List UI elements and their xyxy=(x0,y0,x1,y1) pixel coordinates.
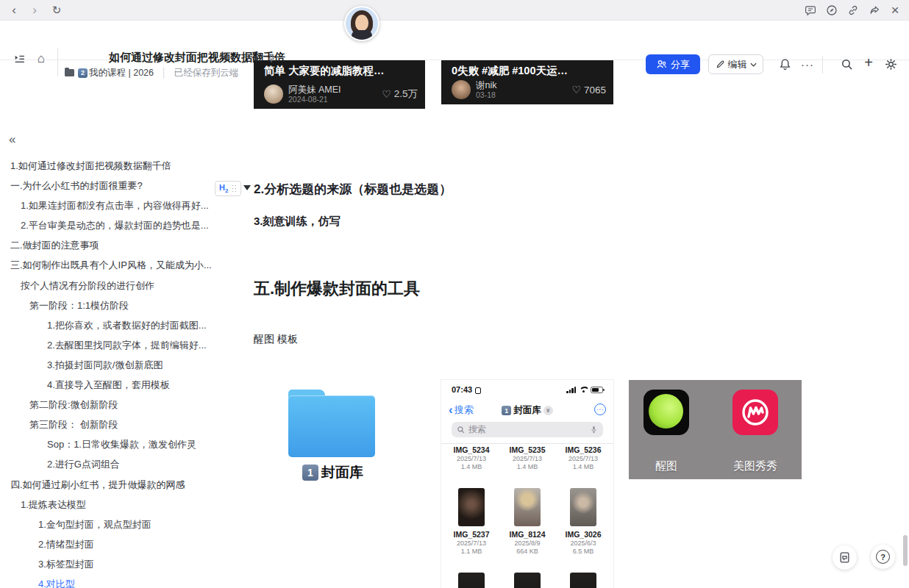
outline-toggle-icon[interactable] xyxy=(10,50,28,68)
toc-item[interactable]: 3.拍摄封面同款/微创新底图 xyxy=(0,355,213,375)
copy-link-icon[interactable] xyxy=(844,0,863,21)
toc-item[interactable]: 1.金句型封面，观点型封面 xyxy=(0,514,213,534)
files-app-screenshot: 07:43 ‹ 搜索 1 封面库 ∨ ··· 搜索 xyxy=(441,380,613,588)
refresh-icon[interactable]: ↻ xyxy=(47,0,66,21)
file-date: 2025/7/13 xyxy=(457,455,486,463)
folder-icon xyxy=(65,69,74,76)
toc-item[interactable]: 一.为什么小红书的封面很重要? xyxy=(0,176,213,196)
doc-comment-icon xyxy=(838,551,851,564)
file-item[interactable]: IMG_3026 2025/6/3 6.5 MB xyxy=(555,488,611,556)
file-item[interactable]: IMG_5234 2025/7/13 1.4 MB xyxy=(443,445,499,471)
folder-label: 1 封面库 xyxy=(283,463,382,482)
help-button[interactable]: ? xyxy=(871,545,895,569)
toc-item[interactable]: 第三阶段： 创新阶段 xyxy=(0,415,213,434)
file-item[interactable]: IMG_5237 2025/7/13 1.1 MB xyxy=(443,488,499,556)
toc-item[interactable]: Sop：1.日常收集爆款，激发创作灵 xyxy=(0,434,213,454)
compass-icon[interactable] xyxy=(822,0,841,21)
pin-icon[interactable] xyxy=(266,53,277,66)
phone-folder-title[interactable]: 1 封面库 ∨ xyxy=(441,404,613,417)
collapse-caret-icon[interactable] xyxy=(243,185,251,190)
phone-search-field[interactable]: 搜索 xyxy=(452,422,603,437)
file-item[interactable]: IMG_8124 2025/8/9 664 KB xyxy=(499,488,555,556)
new-doc-plus-icon[interactable]: + xyxy=(860,54,877,71)
chevron-down-icon xyxy=(750,62,757,67)
file-date: 2025/7/13 xyxy=(568,455,598,463)
file-size: 6.5 MB xyxy=(573,548,594,556)
toc-item[interactable]: 三.如何制作出既具有个人IP风格，又能成为小... xyxy=(0,255,213,275)
folder-icon-body xyxy=(288,395,375,457)
avatar-face xyxy=(355,15,368,31)
toc-item[interactable]: 四.如何通过刷小红书，提升做爆款的网感 xyxy=(0,475,213,495)
h2-block-tag: H2 xyxy=(219,183,228,194)
page-title: 如何通过修改封面把视频数据翻千倍 xyxy=(109,51,285,65)
scrollbar-thumb[interactable] xyxy=(903,535,908,566)
toc-item[interactable]: 2.情绪型封面 xyxy=(0,534,213,554)
file-date: 2025/6/3 xyxy=(570,539,596,548)
notifications-bell-icon[interactable] xyxy=(777,56,793,72)
share-button[interactable]: 分享 xyxy=(646,54,700,74)
breadcrumb[interactable]: 2 我的课程 | 2026 │ 已经保存到云端 xyxy=(65,67,238,79)
phone-more-button[interactable]: ··· xyxy=(594,404,606,415)
comments-icon[interactable] xyxy=(801,0,820,21)
keycap-1-badge: 1 xyxy=(502,406,511,415)
breadcrumb-path[interactable]: 我的课程 | 2026 xyxy=(89,67,154,79)
close-icon[interactable]: × xyxy=(885,0,905,21)
toc-item[interactable]: 4.直接导入至醒图，套用模板 xyxy=(0,375,213,395)
toc-item[interactable]: 二.做封面的注意事项 xyxy=(0,235,213,255)
file-name: IMG_5235 xyxy=(509,445,545,455)
toc-item[interactable]: 第二阶段:微创新阶段 xyxy=(0,395,213,415)
file-thumbnail xyxy=(458,488,485,526)
file-item[interactable] xyxy=(499,573,555,588)
user-avatar[interactable] xyxy=(344,6,379,41)
feedback-doc-button[interactable] xyxy=(833,545,857,570)
toc-item[interactable]: 2.进行G点词组合 xyxy=(0,454,213,474)
mic-icon[interactable] xyxy=(590,425,598,434)
phone-status-bar: 07:43 xyxy=(441,384,613,395)
file-name: IMG_3026 xyxy=(565,530,601,539)
file-item[interactable] xyxy=(443,573,499,588)
file-thumbnail xyxy=(570,488,596,526)
app-label: 醒图 xyxy=(622,459,710,473)
file-size: 1.4 MB xyxy=(461,463,482,471)
file-item[interactable] xyxy=(555,573,611,588)
file-item[interactable]: IMG_5236 2025/7/13 1.4 MB xyxy=(555,445,611,471)
save-status: 已经保存到云端 xyxy=(174,67,239,79)
more-menu-icon[interactable]: ··· xyxy=(799,56,816,72)
post-author-avatar xyxy=(452,80,471,99)
collapse-sidebar-icon[interactable]: « xyxy=(9,132,15,147)
file-item[interactable]: IMG_5235 2025/7/13 1.4 MB xyxy=(499,445,555,471)
toc-item[interactable]: 1.如何通过修改封面把视频数据翻千倍 xyxy=(0,156,213,176)
section-heading: 五.制作爆款封面的工具 xyxy=(254,278,420,300)
toc-item[interactable]: 1.如果连封面都没有点击率，内容做得再好... xyxy=(0,196,213,215)
toc-item[interactable]: 3.标签型封面 xyxy=(0,554,213,574)
post-screenshot-card: 0失败 #减肥 #100天运… 谢nik 03-18 ♡7065 xyxy=(441,60,613,104)
block-type-chip[interactable]: H2 xyxy=(215,181,241,196)
share-button-label: 分享 xyxy=(671,58,690,71)
search-icon xyxy=(457,426,465,434)
folder-image: 1 封面库 xyxy=(283,380,382,490)
xingtu-app-icon[interactable] xyxy=(644,390,689,435)
phone-nav-bar: ‹ 搜索 1 封面库 ∨ ··· xyxy=(441,404,613,418)
home-icon[interactable]: ⌂ xyxy=(32,50,50,68)
search-icon[interactable] xyxy=(838,56,855,72)
toc-item[interactable]: 2.平台审美是动态的，爆款封面的趋势也是... xyxy=(0,215,213,235)
drag-handle-icon[interactable] xyxy=(232,184,237,193)
chevron-down-icon: ∨ xyxy=(543,406,553,415)
post-author-avatar xyxy=(264,85,283,104)
forward-icon[interactable]: › xyxy=(25,0,44,21)
settings-gear-icon[interactable] xyxy=(883,56,899,72)
toc-item[interactable]: 1.把你喜欢，或者数据好的封面截图... xyxy=(0,315,213,335)
meitu-app-icon[interactable] xyxy=(732,390,778,435)
toc-item[interactable]: 1.提炼表达模型 xyxy=(0,495,213,514)
toc-item[interactable]: 第一阶段：1:1模仿阶段 xyxy=(0,295,213,315)
back-icon[interactable]: ‹ xyxy=(4,0,24,21)
question-mark-icon: ? xyxy=(876,550,890,564)
toc-item[interactable]: 2.去醒图里找同款字体，提前编辑好... xyxy=(0,335,213,355)
file-size: 664 KB xyxy=(516,548,538,556)
toc-item[interactable]: 按个人情况有分阶段的进行创作 xyxy=(0,276,213,295)
edit-button[interactable]: 编辑 xyxy=(708,54,763,74)
toc-item-active[interactable]: 4.对比型 xyxy=(0,574,213,588)
battery-icon xyxy=(591,387,603,393)
file-thumbnail xyxy=(514,488,541,526)
share-page-icon[interactable] xyxy=(865,0,884,21)
